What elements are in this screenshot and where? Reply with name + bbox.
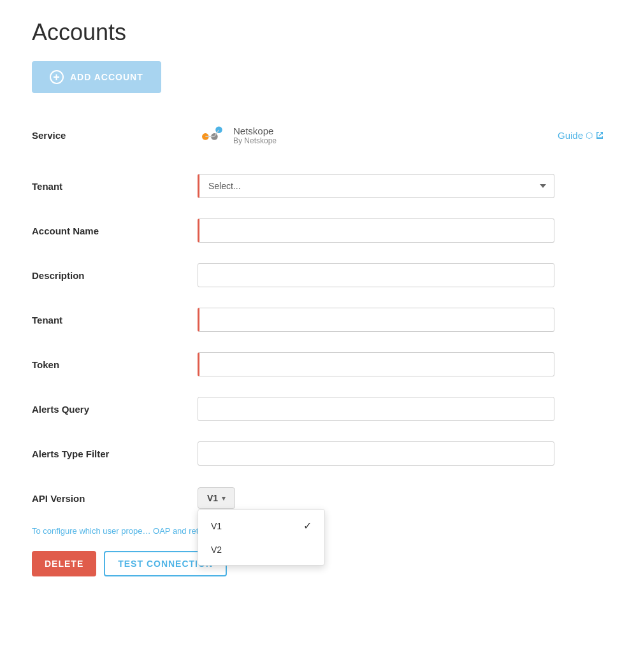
tenant-select[interactable]: Select... bbox=[198, 174, 554, 198]
guide-link[interactable]: Guide ⬡ bbox=[558, 130, 604, 141]
config-note-link[interactable]: … bbox=[142, 526, 150, 536]
guide-label: Guide bbox=[558, 130, 583, 141]
token-input[interactable] bbox=[198, 352, 554, 376]
dropdown-item-v1-label: V1 bbox=[211, 521, 222, 531]
alerts-type-filter-label: Alerts Type Filter bbox=[32, 448, 198, 459]
delete-button[interactable]: DELETE bbox=[32, 551, 96, 576]
account-name-row: Account Name bbox=[32, 214, 604, 247]
dropdown-item-v2[interactable]: V2 bbox=[198, 538, 324, 561]
dropdown-item-v1[interactable]: V1 ✓ bbox=[198, 513, 324, 538]
alerts-type-filter-wrapper bbox=[198, 441, 554, 466]
description-wrapper bbox=[198, 263, 554, 287]
api-version-row: API Version V1 ▾ V1 ✓ V2 bbox=[32, 482, 604, 515]
api-version-wrapper: V1 ▾ V1 ✓ V2 bbox=[198, 487, 554, 509]
tenant-input[interactable] bbox=[198, 308, 554, 332]
alerts-query-input[interactable] bbox=[198, 397, 554, 421]
service-name-block: Netskope By Netskope bbox=[233, 125, 277, 145]
config-note-text: To configure which user prope bbox=[32, 526, 142, 536]
api-version-button[interactable]: V1 ▾ bbox=[198, 487, 235, 509]
service-label: Service bbox=[32, 130, 198, 141]
account-name-label: Account Name bbox=[32, 225, 198, 236]
alerts-query-wrapper bbox=[198, 397, 554, 421]
description-input[interactable] bbox=[198, 263, 554, 287]
external-link-icon: ⬡ bbox=[586, 131, 593, 140]
netskope-logo bbox=[198, 124, 226, 146]
account-name-wrapper bbox=[198, 218, 554, 243]
api-version-dropdown: V1 ✓ V2 bbox=[198, 509, 325, 566]
tenant-select-label: Tenant bbox=[32, 181, 198, 192]
tenant-input-row: Tenant bbox=[32, 303, 604, 336]
plus-icon: + bbox=[50, 70, 64, 84]
caret-icon: ▾ bbox=[222, 494, 226, 503]
alerts-query-row: Alerts Query bbox=[32, 392, 604, 425]
add-account-button[interactable]: + ADD ACCOUNT bbox=[32, 61, 161, 93]
account-form: Service Netskope By Netskope bbox=[32, 118, 604, 515]
tenant-input-label: Tenant bbox=[32, 315, 198, 325]
service-info: Netskope By Netskope Guide ⬡ bbox=[198, 124, 604, 146]
page-title: Accounts bbox=[32, 19, 604, 46]
dropdown-item-v2-label: V2 bbox=[211, 545, 222, 555]
service-name: Netskope bbox=[233, 125, 277, 136]
token-label: Token bbox=[32, 359, 198, 370]
tenant-select-row: Tenant Select... bbox=[32, 169, 604, 203]
check-icon: ✓ bbox=[303, 520, 312, 532]
alerts-query-label: Alerts Query bbox=[32, 404, 198, 415]
account-name-input[interactable] bbox=[198, 218, 554, 243]
description-label: Description bbox=[32, 270, 198, 281]
add-account-label: ADD ACCOUNT bbox=[70, 72, 143, 82]
service-row: Service Netskope By Netskope bbox=[32, 118, 604, 152]
api-version-label: API Version bbox=[32, 493, 198, 504]
description-row: Description bbox=[32, 259, 604, 292]
service-by: By Netskope bbox=[233, 136, 277, 145]
token-wrapper bbox=[198, 352, 554, 376]
external-link-svg bbox=[595, 131, 604, 139]
alerts-type-filter-input[interactable] bbox=[198, 441, 554, 466]
tenant-input-wrapper bbox=[198, 308, 554, 332]
svg-point-2 bbox=[215, 127, 222, 134]
api-version-value: V1 bbox=[207, 493, 218, 503]
token-row: Token bbox=[32, 348, 604, 381]
tenant-select-wrapper: Select... bbox=[198, 174, 554, 198]
alerts-type-filter-row: Alerts Type Filter bbox=[32, 437, 604, 470]
